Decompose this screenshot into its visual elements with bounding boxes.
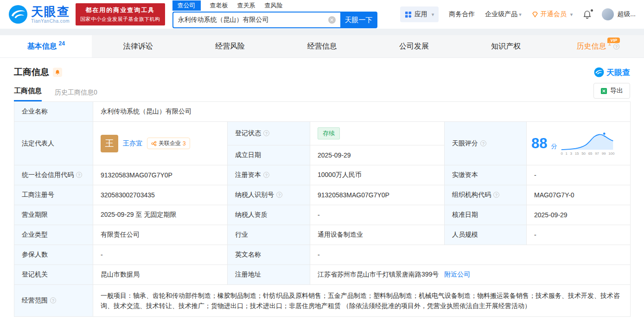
search-tab-boss[interactable]: 查老板 bbox=[210, 0, 228, 11]
field-taxpayer-quality-label: 纳税人资质 bbox=[228, 205, 310, 225]
logo-cn: 天眼查 bbox=[31, 6, 70, 18]
section-head: 工商信息 天眼查 bbox=[14, 66, 630, 78]
search-button[interactable]: 天眼一下 bbox=[340, 12, 377, 28]
tab-legal-litigation[interactable]: 法律诉讼 bbox=[92, 35, 184, 57]
search-input[interactable] bbox=[178, 16, 328, 24]
status-badge: 存续 bbox=[318, 127, 340, 139]
related-companies-label: 关联企业 bbox=[159, 139, 181, 147]
field-approval-date-value: 2025-09-29 bbox=[527, 205, 631, 225]
subtab-row: 工商信息 历史工商信息0 导出 bbox=[14, 83, 630, 101]
field-company-name-value: 永利传动系统（昆山）有限公司 bbox=[93, 102, 631, 122]
help-icon[interactable] bbox=[613, 44, 619, 50]
field-paid-capital-value: - bbox=[527, 165, 631, 185]
watermark-logo: 天眼查 bbox=[594, 67, 630, 78]
username: 超级... bbox=[617, 10, 636, 19]
help-icon[interactable] bbox=[263, 172, 269, 178]
promo-line1: 都在用的商业查询工具 bbox=[80, 6, 160, 14]
export-button[interactable]: 导出 bbox=[593, 83, 630, 99]
related-companies-count: 3 bbox=[183, 140, 186, 147]
main-tabs: 基本信息 24 法律诉讼 经营风险 经营信息 公司发展 知识产权 VIP 历史信… bbox=[0, 35, 644, 58]
relation-graph-icon bbox=[151, 141, 157, 146]
search-tab-relation[interactable]: 查关系 bbox=[237, 0, 255, 11]
legal-rep-name-link[interactable]: 王亦宜 bbox=[123, 139, 142, 148]
field-english-name-value: - bbox=[310, 245, 631, 265]
score-distribution-chart: 0131550659799100 bbox=[561, 132, 614, 156]
tab-count: 1 bbox=[608, 40, 611, 47]
tab-label: 基本信息 bbox=[27, 42, 57, 51]
bell-icon bbox=[55, 69, 60, 75]
excel-export-icon bbox=[600, 88, 607, 94]
subtab-history-business-info[interactable]: 历史工商信息0 bbox=[55, 88, 97, 101]
help-icon[interactable] bbox=[76, 172, 82, 178]
enterprise-label: 企业级产品 bbox=[485, 10, 517, 19]
search-box: ✕ bbox=[172, 12, 340, 28]
nav-business-coop[interactable]: 商务合作 bbox=[449, 10, 475, 19]
gem-icon bbox=[532, 11, 538, 18]
field-taxpayer-id-value: 91320583MAG07G7Y0P bbox=[310, 185, 445, 205]
help-icon[interactable] bbox=[493, 192, 499, 198]
field-paid-capital-label: 实缴资本 bbox=[445, 165, 527, 185]
field-credit-code-label: 统一社会信用代码 bbox=[14, 165, 93, 185]
table-row: 营业期限 2025-09-29 至 无固定期限 纳税人资质 - 核准日期 202… bbox=[14, 205, 631, 225]
search-row: ✕ 天眼一下 bbox=[172, 12, 377, 28]
score-curve bbox=[561, 132, 614, 151]
field-english-name-label: 英文名称 bbox=[228, 245, 310, 265]
legal-rep-avatar[interactable]: 王 bbox=[101, 135, 118, 152]
header: 天眼查 TianYanCha.com 都在用的商业查询工具 国家中小企业发展子基… bbox=[0, 0, 644, 29]
search-tab-risk[interactable]: 查风险 bbox=[265, 0, 283, 11]
field-establish-date-value: 2025-09-29 bbox=[310, 145, 445, 165]
tab-operating-risk[interactable]: 经营风险 bbox=[184, 35, 276, 57]
field-insured-label: 参保人数 bbox=[14, 245, 93, 265]
tab-intellectual-property[interactable]: 知识产权 bbox=[460, 35, 552, 57]
field-company-name-label: 企业名称 bbox=[14, 102, 93, 122]
tab-label: 历史信息 bbox=[576, 42, 606, 51]
table-row: 企业类型 有限责任公司 行业 通用设备制造业 人员规模 - bbox=[14, 225, 631, 245]
search-tab-company[interactable]: 查公司 bbox=[172, 0, 201, 11]
subtab-business-info[interactable]: 工商信息 bbox=[14, 87, 42, 101]
field-reg-authority-label: 登记机关 bbox=[14, 265, 93, 285]
user-menu[interactable]: 超级... bbox=[602, 8, 636, 20]
tab-count: 24 bbox=[59, 40, 65, 47]
nav-enterprise-products[interactable]: 企业级产品 bbox=[485, 10, 522, 19]
table-row: 经营范围 一般项目：轴承、齿轮和传动部件制造；橡胶制品制造；针纺织品及原料销售；… bbox=[14, 285, 631, 317]
nearby-companies-link[interactable]: 附近公司 bbox=[444, 271, 470, 278]
apps-menu[interactable]: 应用 bbox=[400, 6, 439, 22]
field-reg-authority-value: 昆山市数据局 bbox=[93, 265, 228, 285]
tab-label: 经营信息 bbox=[307, 42, 337, 51]
field-score-value[interactable]: 88 分 0131550659799100 bbox=[527, 122, 631, 165]
help-icon[interactable] bbox=[276, 192, 282, 198]
field-reg-address-label: 注册地址 bbox=[228, 265, 310, 285]
tab-basic-info[interactable]: 基本信息 24 bbox=[0, 35, 92, 57]
tianyancha-logo-icon bbox=[8, 5, 28, 24]
help-icon[interactable] bbox=[480, 140, 486, 146]
site-logo[interactable]: 天眼查 TianYanCha.com bbox=[8, 5, 70, 24]
field-legal-rep-label: 法定代表人 bbox=[14, 122, 93, 165]
logo-text: 天眼查 TianYanCha.com bbox=[31, 6, 70, 24]
tab-label: 经营风险 bbox=[215, 42, 245, 51]
clear-icon[interactable]: ✕ bbox=[328, 16, 336, 24]
nav-open-vip[interactable]: 开通会员 bbox=[532, 10, 573, 19]
tab-label: 知识产权 bbox=[491, 42, 521, 51]
tianyancha-logo-icon bbox=[594, 67, 604, 77]
related-companies-badge[interactable]: 关联企业 3 bbox=[147, 138, 190, 149]
field-credit-code-value: 91320583MAG07G7Y0P bbox=[93, 165, 228, 185]
field-staff-size-value: - bbox=[527, 225, 631, 245]
help-icon[interactable] bbox=[263, 130, 269, 136]
promo-line2: 国家中小企业发展子基金旗下机构 bbox=[80, 16, 160, 23]
field-reg-capital-label: 注册资本 bbox=[228, 165, 310, 185]
score-axis: 0131550659799100 bbox=[561, 151, 614, 156]
field-industry-label: 行业 bbox=[228, 225, 310, 245]
field-business-scope-value: 一般项目：轴承、齿轮和传动部件制造；橡胶制品制造；针纺织品及原料销售；五金产品制… bbox=[93, 285, 631, 317]
tab-company-development[interactable]: 公司发展 bbox=[368, 35, 460, 57]
field-business-term-value: 2025-09-29 至 无固定期限 bbox=[93, 205, 228, 225]
score-number: 88 bbox=[531, 136, 547, 151]
tab-label: 公司发展 bbox=[399, 42, 429, 51]
promo-banner[interactable]: 都在用的商业查询工具 国家中小企业发展子基金旗下机构 bbox=[76, 3, 165, 25]
field-org-code-label: 组织机构代码 bbox=[445, 185, 527, 205]
notification-bell-icon[interactable] bbox=[583, 10, 592, 19]
subscribe-bell-icon[interactable] bbox=[53, 68, 62, 77]
field-reg-number-label: 工商注册号 bbox=[14, 185, 93, 205]
help-icon[interactable] bbox=[50, 297, 56, 303]
tab-operating-info[interactable]: 经营信息 bbox=[276, 35, 368, 57]
tab-history-info[interactable]: VIP 历史信息 1 bbox=[552, 35, 644, 57]
